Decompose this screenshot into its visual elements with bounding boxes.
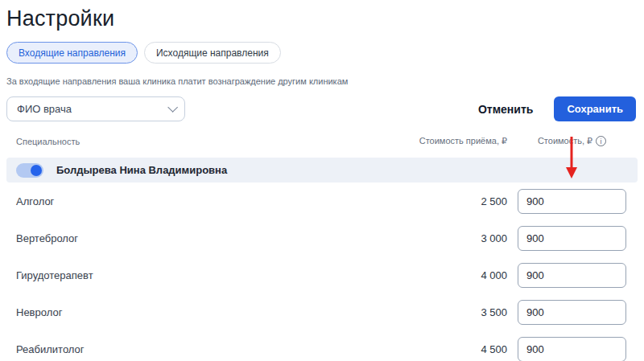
table-header: Специальность Стоимость приёма, ₽ Стоимо… [0,121,644,146]
specialty-label: Гирудотерапевт [16,269,419,281]
doctor-select-value: ФИО врача [17,103,72,115]
page-description: За входящие направления ваша клиника пла… [0,64,644,86]
doctor-select[interactable]: ФИО врача [6,96,185,121]
column-header-appointment-cost: Стоимость приёма, ₽ [419,136,507,146]
appointment-cost-value: 3 500 [419,306,507,318]
table-row: Вертебролог 3 000 [0,219,644,256]
specialty-label: Алголог [16,195,419,207]
specialty-label: Невролог [16,306,419,318]
appointment-cost-value: 2 500 [419,195,507,207]
settings-page: Настройки Входящие направления Исходящие… [0,0,644,361]
direction-tabs: Входящие направления Исходящие направлен… [0,31,644,64]
column-header-cost: Стоимость, ₽ i [518,136,626,146]
table-row: Невролог 3 500 [0,293,644,330]
tab-outgoing-directions[interactable]: Исходящие направления [144,42,281,64]
cost-input[interactable] [518,189,626,214]
appointment-cost-value: 3 000 [419,232,507,244]
chevron-down-icon [167,102,178,113]
column-header-cost-label: Стоимость, ₽ [538,136,592,146]
specialty-label: Вертебролог [16,232,419,244]
controls-row: ФИО врача Отменить Сохранить [0,86,644,121]
table-row: Алголог 2 500 [0,183,644,219]
tab-outgoing-label: Исходящие направления [156,47,269,59]
page-title: Настройки [0,0,644,31]
table-row: Гирудотерапевт 4 000 [0,256,644,293]
doctor-row: Болдырева Нина Владимировна [6,158,638,183]
cancel-button[interactable]: Отменить [478,103,533,116]
cost-input[interactable] [518,300,626,325]
doctor-name: Болдырева Нина Владимировна [56,164,227,176]
tab-incoming-label: Входящие направления [19,47,126,59]
table-row: Реабилитолог 4 500 [0,330,644,361]
tab-incoming-directions[interactable]: Входящие направления [6,42,138,64]
appointment-cost-value: 4 000 [419,269,507,281]
appointment-cost-value: 4 500 [419,343,507,355]
save-button[interactable]: Сохранить [554,96,636,121]
cost-input[interactable] [518,263,626,288]
specialty-label: Реабилитолог [16,343,419,355]
toggle-knob [31,165,42,176]
cost-input[interactable] [518,226,626,251]
info-icon[interactable]: i [596,136,606,146]
column-header-specialty: Специальность [16,137,419,146]
doctor-enabled-toggle[interactable] [16,163,43,178]
cost-input[interactable] [518,337,626,361]
